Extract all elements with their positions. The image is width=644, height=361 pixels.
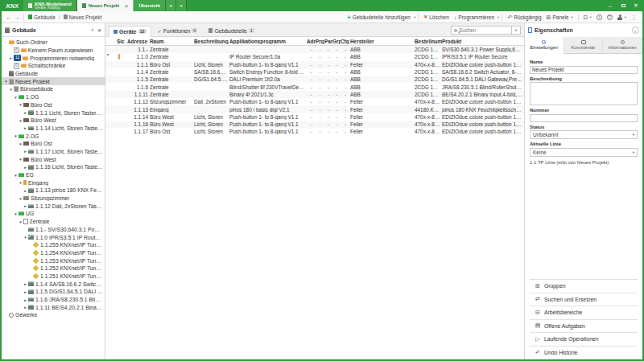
- program-button[interactable]: ↓ Programmieren: [452, 14, 497, 20]
- expander-down-icon[interactable]: ▾: [8, 87, 14, 92]
- tree-item[interactable]: 0Keinem Raum zugewiesen: [2, 47, 105, 55]
- section-tasks[interactable]: ▤Offene Aufgaben: [530, 320, 638, 334]
- column-header-Sic[interactable]: Sic: [117, 39, 127, 44]
- tree-item[interactable]: ▾2.OG: [2, 132, 105, 140]
- number-field[interactable]: [530, 114, 638, 122]
- expander-down-icon[interactable]: ▾: [13, 133, 19, 138]
- tab-uebersicht[interactable]: Übersicht: [134, 0, 166, 11]
- column-header-Beschreibung[interactable]: Beschreibung: [194, 39, 229, 44]
- panel-close-icon[interactable]: ✕: [97, 27, 101, 33]
- name-field[interactable]: [530, 66, 638, 74]
- tree-item[interactable]: ▾Bürogebäude: [2, 85, 105, 93]
- table-row[interactable]: 1.1.17Büro OstLicht, StorenPush-button 1…: [105, 128, 524, 135]
- column-header-Raum[interactable]: Raum: [150, 39, 194, 44]
- account-button[interactable]: ▾: [615, 14, 629, 20]
- panel-dropdown-chevron[interactable]: ▾: [92, 28, 93, 32]
- column-header-Par[interactable]: Par: [324, 39, 332, 44]
- tree-item-selected[interactable]: ▾Neues Projekt: [2, 77, 105, 85]
- help-button[interactable]: ?: [605, 14, 615, 20]
- tab-informationen[interactable]: i Informationen: [603, 37, 642, 53]
- expander-right-icon[interactable]: ▸: [23, 297, 28, 302]
- close-window-button[interactable]: ✕: [630, 0, 642, 11]
- tab-funktionen[interactable]: ✓ Funktionen 0: [153, 25, 203, 36]
- tree-item[interactable]: ▸1.1.13 pirios 180 KNX Feuchtigkeitsschu…: [2, 187, 105, 195]
- undo-button[interactable]: ↶ Rückgängig: [505, 14, 543, 20]
- tree-item[interactable]: ▸11Programmieren notwendig: [2, 54, 105, 62]
- expander-down-icon[interactable]: ▾: [18, 219, 23, 224]
- section-grid[interactable]: ⊞Gruppen: [530, 280, 638, 293]
- tree-item[interactable]: ▸1.1.5 DG/S1.64.5.1 DALI Gateway,Premium…: [2, 288, 105, 296]
- maximize-button[interactable]: [617, 0, 630, 11]
- breadcrumb-neues-projekt[interactable]: Neues Projekt: [62, 14, 104, 20]
- table-row[interactable]: 1.1.1Büro OstLicht, StorenPush-button 1-…: [105, 61, 524, 68]
- expander-right-icon[interactable]: ▸: [23, 289, 28, 294]
- tree-item[interactable]: 1.1.255 KNXnet/IP Tunneling Schnittstell…: [2, 241, 105, 249]
- tree-item[interactable]: ▾1.OG: [2, 93, 105, 101]
- section-play[interactable]: ▷Laufende Operationen: [530, 333, 638, 347]
- tree-item[interactable]: ▾Büro West: [2, 155, 105, 163]
- column-header-Adresse[interactable]: Adresse: [127, 39, 150, 44]
- status-select[interactable]: Unbekannt ▾: [530, 130, 638, 139]
- expander-down-icon[interactable]: ▾: [18, 118, 23, 123]
- minimize-button[interactable]: –: [604, 0, 617, 11]
- expander-down-icon[interactable]: ▾: [18, 157, 23, 162]
- tab-list-button[interactable]: ▾: [176, 0, 187, 11]
- description-field[interactable]: [530, 82, 638, 105]
- tab-neues-projekt[interactable]: Neues Projekt ✕: [77, 0, 134, 11]
- expander-right-icon[interactable]: ▸: [23, 305, 28, 310]
- info-button[interactable]: i: [594, 14, 605, 20]
- add-dropdown-chevron[interactable]: ▾: [414, 15, 415, 19]
- column-header-Prg[interactable]: Prg: [316, 39, 324, 44]
- expander-right-icon[interactable]: ▸: [8, 55, 14, 60]
- expander-right-icon[interactable]: ▸: [23, 165, 28, 170]
- tree-item[interactable]: ▾Eingang: [2, 178, 105, 187]
- tab-kommentar[interactable]: Kommentar: [564, 37, 604, 53]
- back-button[interactable]: ←: [5, 14, 13, 20]
- tab-geraete[interactable]: Geräte 12: [109, 26, 151, 37]
- new-tab-button[interactable]: +: [166, 0, 176, 11]
- tree-item[interactable]: 1.1.253 KNXnet/IP Tunneling Schnittstell…: [2, 256, 105, 265]
- tree-item[interactable]: ▸1.1.1 Licht, Storen Taster L_2.2_01: [2, 109, 105, 117]
- table-row[interactable]: 1.1.13Eingangpirios 180 / basic digi V2.…: [105, 105, 524, 113]
- tree-item[interactable]: 1.1.251 KNXnet/IP Tunneling Schnittstell…: [2, 273, 105, 281]
- column-header-Adr[interactable]: Adr: [307, 39, 316, 44]
- close-tab-icon[interactable]: ✕: [124, 3, 128, 9]
- table-row[interactable]: 1.1.0ZentraleIP Router Secure/1.0a-----A…: [105, 53, 524, 60]
- tree-item[interactable]: ▸1.1.17 Licht, Storen Taster L_2.2_01: [2, 148, 105, 156]
- expander-right-icon[interactable]: ▸: [23, 188, 28, 193]
- tree-item[interactable]: ▾1.1.0 IPR/S3.5.1 IP Router Secure: [2, 233, 105, 241]
- delete-button[interactable]: ✕ Löschen: [421, 14, 452, 20]
- expander-down-icon[interactable]: ▾: [18, 142, 23, 146]
- tree-item[interactable]: ▸1.1.11 BE/S4.20.2.1 Binary Input,4-fold…: [2, 303, 105, 311]
- expander-right-icon[interactable]: ▸: [23, 110, 28, 115]
- tree-item[interactable]: ▾UG: [2, 210, 105, 218]
- tree-item[interactable]: ▾Büro Ost: [2, 101, 105, 109]
- tab-gebaeudeteile[interactable]: Gebäudeteile 1: [204, 25, 259, 36]
- expander-down-icon[interactable]: ▾: [13, 173, 19, 178]
- section-undo[interactable]: ↶Undo Historie: [530, 347, 638, 360]
- column-header-Bestellnum[interactable]: Bestellnum: [415, 39, 442, 44]
- search-options-button[interactable]: ▾: [512, 26, 521, 35]
- more-button[interactable]: ⋮: [629, 14, 639, 20]
- table-row[interactable]: 1.1.4ZentraleSA/S8.16.6.2 Swit...Switch …: [105, 68, 524, 76]
- column-header-Produkt[interactable]: Produkt: [442, 39, 524, 44]
- expander-down-icon[interactable]: ▾: [18, 180, 23, 185]
- expander-down-icon[interactable]: ▾: [13, 95, 19, 100]
- table-row[interactable]: 1.1.5ZentraleDG/S1.64.5.1 DA...DALI Prem…: [105, 76, 524, 83]
- tree-item[interactable]: ▸1.1.14 Licht, Storen Taster D4_1.1_01: [2, 125, 105, 133]
- expander-down-icon[interactable]: ▾: [18, 196, 23, 201]
- tree-item[interactable]: Gebäude: [2, 70, 105, 78]
- column-header-Grp[interactable]: Grp: [332, 39, 341, 44]
- tree-item[interactable]: 1.1.254 KNXnet/IP Tunneling Schnittstell…: [2, 249, 105, 257]
- tree-item[interactable]: 1.1.- SV/S30.640.3.1 Power Supply,640mA,…: [2, 226, 105, 234]
- tree-item[interactable]: ▾Zentrale: [2, 218, 105, 226]
- panels-button[interactable]: ⊞ Panels ▾: [544, 14, 576, 20]
- expander-right-icon[interactable]: ▸: [23, 125, 28, 130]
- program-dropdown-chevron[interactable]: ▾: [497, 15, 499, 19]
- expander-right-icon[interactable]: ▸: [23, 149, 28, 154]
- tree-item[interactable]: Gewerke: [2, 311, 105, 319]
- forward-button[interactable]: →: [13, 14, 21, 20]
- tree-item[interactable]: Such-Ordner: [2, 39, 105, 47]
- section-replace[interactable]: ⇄Suchen und Ersetzen: [530, 293, 638, 307]
- table-row[interactable]: 1.1.6ZentraleBlind/Shutter 8f 230VTravel…: [105, 83, 524, 90]
